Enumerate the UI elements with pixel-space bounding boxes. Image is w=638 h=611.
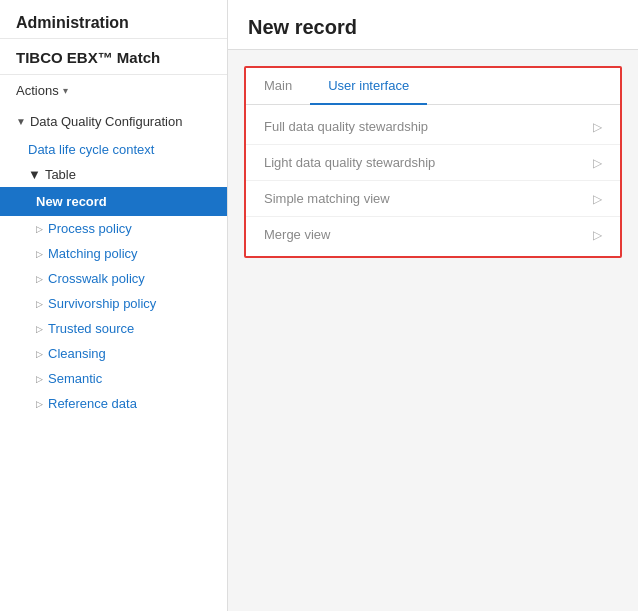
option-simple-matching[interactable]: Simple matching view ▷ bbox=[246, 181, 620, 217]
triangle-icon: ▼ bbox=[28, 167, 41, 182]
main-body: Main User interface Full data quality st… bbox=[228, 50, 638, 611]
sidebar-item-data-lifecycle[interactable]: Data life cycle context bbox=[0, 137, 227, 162]
main-header: New record bbox=[228, 0, 638, 50]
triangle-icon: ▷ bbox=[36, 224, 43, 234]
sidebar-item-process-policy[interactable]: ▷ Process policy bbox=[0, 216, 227, 241]
tab-bar: Main User interface bbox=[246, 68, 620, 105]
page-title: New record bbox=[248, 16, 618, 39]
sidebar-item-trusted-source[interactable]: ▷ Trusted source bbox=[0, 316, 227, 341]
option-label: Full data quality stewardship bbox=[264, 119, 428, 134]
sidebar-item-reference-data[interactable]: ▷ Reference data bbox=[0, 391, 227, 416]
tab-panel: Main User interface Full data quality st… bbox=[244, 66, 622, 258]
triangle-icon: ▼ bbox=[16, 116, 26, 127]
main-content: New record Main User interface Full data… bbox=[228, 0, 638, 611]
sidebar-item-matching-policy[interactable]: ▷ Matching policy bbox=[0, 241, 227, 266]
sidebar-item-crosswalk-policy[interactable]: ▷ Crosswalk policy bbox=[0, 266, 227, 291]
triangle-icon: ▷ bbox=[36, 249, 43, 259]
tab-user-interface[interactable]: User interface bbox=[310, 68, 427, 105]
product-title: TIBCO EBX™ Match bbox=[0, 39, 227, 75]
tab-main[interactable]: Main bbox=[246, 68, 310, 105]
sidebar-item-survivorship-policy[interactable]: ▷ Survivorship policy bbox=[0, 291, 227, 316]
chevron-right-icon: ▷ bbox=[593, 156, 602, 170]
option-label: Simple matching view bbox=[264, 191, 390, 206]
triangle-icon: ▷ bbox=[36, 374, 43, 384]
app-container: Administration TIBCO EBX™ Match Actions … bbox=[0, 0, 638, 611]
actions-menu[interactable]: Actions ▾ bbox=[0, 75, 227, 106]
option-full-dqs[interactable]: Full data quality stewardship ▷ bbox=[246, 109, 620, 145]
chevron-down-icon: ▾ bbox=[63, 85, 68, 96]
triangle-icon: ▷ bbox=[36, 274, 43, 284]
administration-title: Administration bbox=[16, 14, 129, 31]
triangle-icon: ▷ bbox=[36, 399, 43, 409]
option-light-dqs[interactable]: Light data quality stewardship ▷ bbox=[246, 145, 620, 181]
nav-section: ▼ Data Quality Configuration Data life c… bbox=[0, 106, 227, 416]
option-label: Merge view bbox=[264, 227, 330, 242]
chevron-right-icon: ▷ bbox=[593, 192, 602, 206]
tab-content: Full data quality stewardship ▷ Light da… bbox=[246, 105, 620, 256]
sidebar-item-new-record[interactable]: New record bbox=[0, 187, 227, 216]
sidebar-item-cleansing[interactable]: ▷ Cleansing bbox=[0, 341, 227, 366]
option-label: Light data quality stewardship bbox=[264, 155, 435, 170]
triangle-icon: ▷ bbox=[36, 299, 43, 309]
option-merge-view[interactable]: Merge view ▷ bbox=[246, 217, 620, 252]
sidebar: Administration TIBCO EBX™ Match Actions … bbox=[0, 0, 228, 611]
triangle-icon: ▷ bbox=[36, 324, 43, 334]
chevron-right-icon: ▷ bbox=[593, 120, 602, 134]
chevron-right-icon: ▷ bbox=[593, 228, 602, 242]
triangle-icon: ▷ bbox=[36, 349, 43, 359]
sidebar-header: Administration bbox=[0, 0, 227, 39]
sidebar-item-semantic[interactable]: ▷ Semantic bbox=[0, 366, 227, 391]
table-group[interactable]: ▼ Table bbox=[0, 162, 227, 187]
actions-label: Actions bbox=[16, 83, 59, 98]
data-quality-config-group[interactable]: ▼ Data Quality Configuration bbox=[0, 106, 227, 137]
